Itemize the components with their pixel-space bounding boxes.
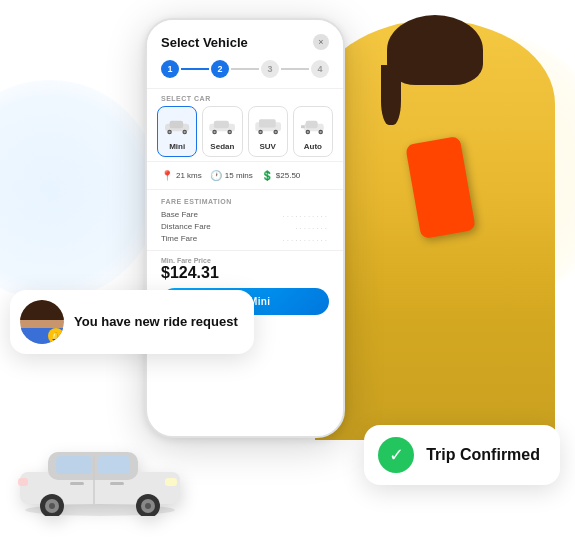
svg-rect-13 <box>259 119 276 127</box>
svg-point-35 <box>49 503 55 509</box>
svg-rect-7 <box>214 121 229 129</box>
fare-section: FARE ESTIMATION Base Fare ........... Di… <box>147 190 343 250</box>
svg-rect-1 <box>170 121 184 129</box>
svg-point-15 <box>259 131 261 133</box>
avatar-hair <box>20 300 64 320</box>
sedan-car-icon <box>207 112 237 140</box>
notification-bell-icon: 🔔 <box>48 328 64 344</box>
step-2[interactable]: 2 <box>211 60 229 78</box>
fare-dots-1: ........... <box>283 210 329 219</box>
min-fare-label: Min. Fare Price <box>161 257 329 264</box>
svg-point-3 <box>168 131 170 133</box>
ride-request-text: You have new ride request <box>74 314 238 331</box>
confirmed-check-circle: ✓ <box>378 437 414 473</box>
close-button[interactable]: × <box>313 34 329 50</box>
fare-row-distance: Distance Fare ........ <box>161 222 329 231</box>
suv-car-icon <box>253 112 283 140</box>
trip-info-row: 📍 21 kms 🕐 15 mins 💲 $25.50 <box>147 161 343 190</box>
trip-distance: 📍 21 kms <box>161 170 202 181</box>
time-icon: 🕐 <box>210 170 222 181</box>
bg-blob-left <box>0 80 160 300</box>
trip-price: 💲 $25.50 <box>261 170 300 181</box>
woman-hair-side <box>381 65 401 125</box>
svg-rect-19 <box>305 121 317 129</box>
phone-header: Select Vehicle × 1 2 3 4 <box>147 20 343 89</box>
time-fare-label: Time Fare <box>161 234 197 243</box>
svg-rect-24 <box>301 125 305 128</box>
svg-point-17 <box>274 131 276 133</box>
price-icon: 💲 <box>261 170 273 181</box>
trip-confirmed-text: Trip Confirmed <box>426 446 540 464</box>
fare-dots-3: ........... <box>283 234 329 243</box>
svg-point-5 <box>184 131 186 133</box>
mini-car-icon <box>162 112 192 140</box>
car-option-mini[interactable]: Mini <box>157 106 197 157</box>
phone-title: Select Vehicle <box>161 35 248 50</box>
select-car-label: SELECT CAR <box>147 89 343 106</box>
close-icon: × <box>318 37 323 47</box>
distance-fare-label: Distance Fare <box>161 222 211 231</box>
car-label-sedan: Sedan <box>207 142 237 151</box>
min-fare-price: $124.31 <box>161 264 329 282</box>
svg-rect-40 <box>110 482 124 485</box>
step-line-1-2 <box>181 68 209 70</box>
svg-point-11 <box>229 131 231 133</box>
car-label-auto: Auto <box>298 142 328 151</box>
car-option-suv[interactable]: SUV <box>248 106 288 157</box>
svg-point-38 <box>145 503 151 509</box>
trip-confirmed-card: ✓ Trip Confirmed <box>364 425 560 485</box>
svg-point-9 <box>214 131 216 133</box>
svg-point-21 <box>306 131 308 133</box>
svg-rect-39 <box>70 482 84 485</box>
fare-dots-2: ........ <box>295 222 329 231</box>
svg-rect-31 <box>165 478 177 486</box>
driver-avatar: 🔔 <box>20 300 64 344</box>
car-label-suv: SUV <box>253 142 283 151</box>
check-icon: ✓ <box>389 446 404 464</box>
car-option-auto[interactable]: Auto <box>293 106 333 157</box>
fare-row-base: Base Fare ........... <box>161 210 329 219</box>
fare-section-label: FARE ESTIMATION <box>161 198 329 205</box>
step-line-2-3 <box>231 68 259 70</box>
distance-icon: 📍 <box>161 170 173 181</box>
svg-point-23 <box>319 131 321 133</box>
svg-rect-32 <box>18 478 28 486</box>
car-options: Mini Sedan <box>147 106 343 157</box>
step-4[interactable]: 4 <box>311 60 329 78</box>
fare-row-time: Time Fare ........... <box>161 234 329 243</box>
phone-title-row: Select Vehicle × <box>161 34 329 50</box>
svg-rect-28 <box>56 456 92 474</box>
base-fare-label: Base Fare <box>161 210 198 219</box>
car-option-sedan[interactable]: Sedan <box>202 106 242 157</box>
car-illustration <box>10 436 190 520</box>
step-3[interactable]: 3 <box>261 60 279 78</box>
phone-mockup: Select Vehicle × 1 2 3 4 SELECT CAR <box>145 18 345 438</box>
step-line-3-4 <box>281 68 309 70</box>
car-label-mini: Mini <box>162 142 192 151</box>
woman-hair <box>387 15 483 85</box>
progress-steps: 1 2 3 4 <box>161 60 329 78</box>
woman-figure <box>315 10 555 440</box>
trip-time: 🕐 15 mins <box>210 170 253 181</box>
svg-rect-29 <box>98 456 130 474</box>
auto-icon <box>298 112 328 140</box>
step-1[interactable]: 1 <box>161 60 179 78</box>
notification-ride-request: 🔔 You have new ride request <box>10 290 254 354</box>
